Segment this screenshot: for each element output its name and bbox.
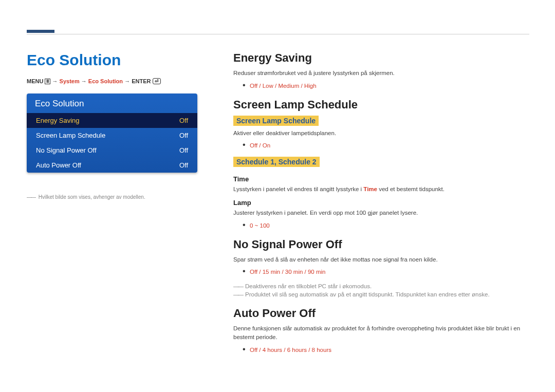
options-item: Off / Low / Medium / High [243,81,529,90]
header-rule [27,34,529,34]
time-desc-bold: Time [363,186,377,192]
menu-grid-icon: Ⅲ [45,79,50,84]
section-desc: Denne funksjonen slår automatisk av prod… [233,324,529,341]
note-line: ――Deaktiveres når en tilkoblet PC står i… [233,283,529,289]
enter-icon: ⏎ [153,78,161,84]
breadcrumb-system: System [60,78,80,84]
dash-icon: ―― [233,291,242,297]
section-title: Auto Power Off [233,307,529,320]
menu-row-value: Off [179,132,188,139]
menu-row-label: No Signal Power Off [36,146,97,154]
breadcrumb-arrow: → [124,78,130,84]
options-text: Off / 4 hours / 6 hours / 8 hours [250,347,331,353]
time-desc: Lysstyrken i panelet vil endres til angi… [233,185,529,194]
dash-icon: ―― [27,194,35,200]
breadcrumb-enter: ENTER [132,78,151,84]
section-no-signal-power-off: No Signal Power Off Spar strøm ved å slå… [233,238,529,298]
menu-row-value: Off [179,161,188,169]
time-desc-post: ved et bestemt tidspunkt. [377,186,445,192]
options-list: Off / 4 hours / 6 hours / 8 hours [243,345,529,354]
sub-label-lamp: Lamp [233,199,529,207]
options-list: Off / On [243,140,529,150]
options-item: Off / 15 min / 30 min / 90 min [243,267,529,276]
content-column: Energy Saving Reduser strømforbruket ved… [233,51,529,362]
section-desc: Spar strøm ved å slå av enheten når det … [233,255,529,264]
options-item: 0 ~ 100 [243,220,529,230]
options-item: Off / On [243,140,529,150]
menu-row-value: Off [179,146,188,154]
menu-row-no-signal-power-off[interactable]: No Signal Power Off Off [27,143,197,158]
options-list: Off / Low / Medium / High [243,81,529,90]
options-text: Off / On [250,142,270,148]
section-desc: Reduser strømforbruket ved å justere lys… [233,69,529,78]
options-list: 0 ~ 100 [243,220,529,230]
menu-row-energy-saving[interactable]: Energy Saving Off [27,113,197,128]
breadcrumb-menu: MENU [27,78,43,84]
section-auto-power-off: Auto Power Off Denne funksjonen slår aut… [233,307,529,353]
time-desc-pre: Lysstyrken i panelet vil endres til angi… [233,186,363,192]
sub-label-time: Time [233,175,529,183]
sub-desc: Aktiver eller deaktiver lampetidsplanen. [233,129,529,138]
note-text: Produktet vil slå seg automatisk av på e… [245,291,490,297]
menu-row-label: Energy Saving [36,117,80,124]
section-energy-saving: Energy Saving Reduser strømforbruket ved… [233,51,529,90]
sub-heading: Schedule 1, Schedule 2 [233,157,320,167]
menu-row-auto-power-off[interactable]: Auto Power Off Off [27,158,197,173]
section-screen-lamp-schedule: Screen Lamp Schedule Screen Lamp Schedul… [233,98,529,230]
caption-text: Hvilket bilde som vises, avhenger av mod… [39,194,145,200]
section-title: No Signal Power Off [233,238,529,251]
options-list: Off / 15 min / 30 min / 90 min [243,267,529,276]
lamp-desc: Justerer lysstyrken i panelet. En verdi … [233,209,529,217]
menu-row-screen-lamp-schedule[interactable]: Screen Lamp Schedule Off [27,128,197,143]
sub-heading: Screen Lamp Schedule [233,116,319,126]
options-text: Off / 15 min / 30 min / 90 min [250,269,325,275]
page-title: Eco Solution [27,51,121,69]
options-text: 0 ~ 100 [250,222,270,229]
dash-icon: ―― [233,283,242,289]
breadcrumb-arrow: → [52,78,58,84]
menu-row-label: Auto Power Off [36,161,81,169]
breadcrumb-eco: Eco Solution [88,78,123,84]
header-accent-bar [27,30,54,33]
breadcrumb-arrow: → [81,78,87,84]
menu-panel-header: Eco Solution [27,94,197,113]
note-line: ――Produktet vil slå seg automatisk av på… [233,291,529,297]
options-text: Off / Low / Medium / High [250,83,317,89]
menu-row-value: Off [179,117,188,124]
options-item: Off / 4 hours / 6 hours / 8 hours [243,345,529,354]
section-title: Energy Saving [233,51,529,65]
menu-panel: Eco Solution Energy Saving Off Screen La… [27,94,197,173]
menu-row-label: Screen Lamp Schedule [36,132,105,139]
note-text: Deaktiveres når en tilkoblet PC står i ø… [245,283,372,289]
breadcrumb: MENU Ⅲ → System → Eco Solution → ENTER ⏎ [27,78,161,85]
image-caption: ―― Hvilket bilde som vises, avhenger av … [27,194,145,200]
section-title: Screen Lamp Schedule [233,98,529,111]
